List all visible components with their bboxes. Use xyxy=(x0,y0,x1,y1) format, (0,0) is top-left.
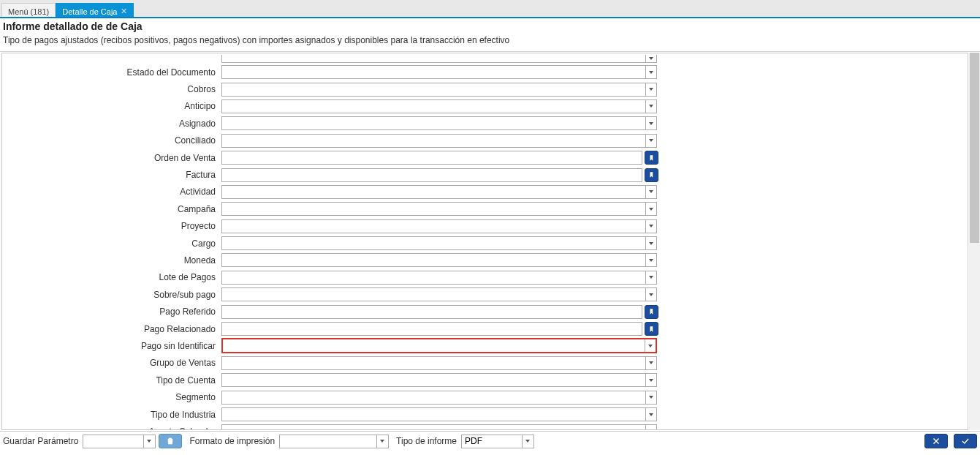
combo-box[interactable] xyxy=(221,356,657,370)
combo-box[interactable] xyxy=(221,134,657,148)
lookup-button[interactable] xyxy=(645,305,658,319)
combo-input[interactable] xyxy=(222,254,645,266)
ok-button[interactable] xyxy=(954,434,977,448)
form-row: Estado del Documento xyxy=(2,64,968,80)
combo-dropdown-button[interactable] xyxy=(645,220,656,233)
combo-box[interactable] xyxy=(221,271,657,285)
save-param-combo[interactable] xyxy=(83,435,156,448)
print-format-combo[interactable] xyxy=(279,435,389,448)
combo-box[interactable] xyxy=(221,65,657,79)
combo-box[interactable] xyxy=(221,407,657,421)
lookup-button[interactable] xyxy=(645,151,658,165)
text-input[interactable] xyxy=(222,151,642,164)
combo-dropdown-button[interactable] xyxy=(645,374,656,386)
lookup-button[interactable] xyxy=(645,322,658,336)
combo-dropdown-button[interactable] xyxy=(645,391,656,404)
field-wrapper xyxy=(221,134,657,148)
combo-box[interactable] xyxy=(221,236,657,250)
report-type-dropdown-button[interactable] xyxy=(522,435,533,448)
field-label: Tipo de Industria xyxy=(2,410,221,420)
chevron-down-icon xyxy=(525,440,530,443)
scrollbar-thumb[interactable] xyxy=(970,53,979,243)
form-row: Pago Relacionado xyxy=(2,320,968,337)
combo-input[interactable] xyxy=(222,66,645,78)
combo-input[interactable] xyxy=(222,100,645,113)
combo-input[interactable] xyxy=(222,374,645,386)
combo-input[interactable] xyxy=(222,135,645,147)
combo-box[interactable] xyxy=(221,373,657,387)
combo-box[interactable] xyxy=(221,55,657,63)
combo-input[interactable] xyxy=(222,83,645,96)
combo-input[interactable] xyxy=(223,339,645,352)
combo-input[interactable] xyxy=(222,271,645,284)
combo-input[interactable] xyxy=(222,408,645,421)
combo-dropdown-button[interactable] xyxy=(645,135,656,147)
combo-box[interactable] xyxy=(221,219,657,233)
combo-dropdown-button[interactable] xyxy=(645,425,656,430)
combo-input[interactable] xyxy=(222,117,645,129)
combo-dropdown-button[interactable] xyxy=(645,186,656,198)
combo-dropdown-button[interactable] xyxy=(645,288,656,301)
print-format-dropdown-button[interactable] xyxy=(376,435,387,448)
combo-dropdown-button[interactable] xyxy=(645,203,656,215)
chevron-down-icon xyxy=(649,259,653,262)
combo-box[interactable] xyxy=(221,99,657,113)
combo-box[interactable] xyxy=(221,391,657,405)
combo-dropdown-button[interactable] xyxy=(645,237,656,249)
combo-dropdown-button[interactable] xyxy=(645,357,656,369)
combo-input[interactable] xyxy=(222,186,645,198)
field-wrapper xyxy=(221,407,657,421)
save-param-input[interactable] xyxy=(83,435,143,448)
footer-bar: Guardar Parámetro Formato de impresión T… xyxy=(0,432,980,449)
text-input[interactable] xyxy=(222,169,642,181)
combo-input[interactable] xyxy=(222,288,645,301)
report-type-input[interactable] xyxy=(462,435,522,448)
combo-input[interactable] xyxy=(222,237,645,249)
combo-box[interactable] xyxy=(221,202,657,216)
combo-box[interactable] xyxy=(221,185,657,199)
cancel-button[interactable] xyxy=(924,434,948,448)
combo-dropdown-button[interactable] xyxy=(645,339,656,352)
form-row: Anticipo xyxy=(2,98,968,115)
form-row: Campaña xyxy=(2,200,968,217)
text-input[interactable] xyxy=(222,306,642,318)
combo-dropdown-button[interactable] xyxy=(645,100,656,113)
form-scroll-area: Tipo de DocumentoEstado del DocumentoCob… xyxy=(1,53,968,430)
text-input[interactable] xyxy=(222,323,642,335)
delete-param-button[interactable] xyxy=(159,434,182,448)
chevron-down-icon xyxy=(649,293,653,296)
header-area: Informe detallado de de Caja Tipo de pag… xyxy=(0,18,980,52)
combo-dropdown-button[interactable] xyxy=(645,271,656,284)
combo-dropdown-button[interactable] xyxy=(645,408,656,421)
tab-detalle-caja[interactable]: Detalle de Caja ✕ xyxy=(56,3,134,17)
combo-dropdown-button[interactable] xyxy=(645,254,656,266)
combo-input[interactable] xyxy=(222,220,645,233)
combo-input[interactable] xyxy=(222,203,645,215)
combo-box[interactable] xyxy=(221,83,657,97)
chevron-down-icon xyxy=(649,379,653,382)
combo-box[interactable] xyxy=(221,287,657,301)
combo-input[interactable] xyxy=(222,391,645,404)
combo-box[interactable] xyxy=(221,253,657,267)
combo-box[interactable] xyxy=(221,424,657,430)
combo-box[interactable] xyxy=(221,338,657,353)
combo-input[interactable] xyxy=(222,357,645,369)
print-format-input[interactable] xyxy=(280,435,376,448)
combo-input[interactable] xyxy=(222,425,645,430)
combo-dropdown-button[interactable] xyxy=(645,55,656,62)
field-label: Agente Cobrador xyxy=(2,426,221,430)
report-type-combo[interactable] xyxy=(461,435,534,448)
save-param-dropdown-button[interactable] xyxy=(143,435,154,448)
combo-dropdown-button[interactable] xyxy=(645,117,656,129)
combo-box[interactable] xyxy=(221,116,657,130)
tab-menu[interactable]: Menú (181) xyxy=(1,3,56,17)
combo-dropdown-button[interactable] xyxy=(645,83,656,96)
close-icon[interactable]: ✕ xyxy=(121,7,127,16)
scrollbar-vertical[interactable] xyxy=(969,53,980,430)
combo-dropdown-button[interactable] xyxy=(645,66,656,78)
check-icon xyxy=(960,436,970,446)
lookup-button[interactable] xyxy=(645,168,658,182)
combo-input[interactable] xyxy=(222,55,645,62)
form-row: Pago Referido xyxy=(2,303,968,320)
chevron-down-icon xyxy=(380,440,384,443)
